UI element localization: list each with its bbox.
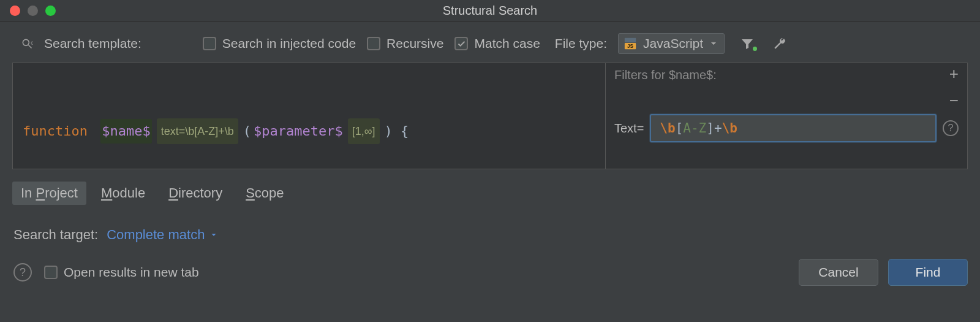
filters-title: Filters for $name$: [614, 68, 717, 82]
code-keyword: function [23, 119, 88, 144]
filter-text-label: Text= [614, 121, 644, 136]
zoom-window-icon[interactable] [45, 6, 56, 16]
chevron-down-icon [209, 231, 218, 239]
code-symbol: ) { [385, 119, 409, 144]
checkbox-search-injected[interactable]: Search in injected code [203, 36, 356, 51]
remove-filter-button[interactable]: − [949, 96, 959, 106]
checkbox-match-case[interactable]: Match case [454, 36, 540, 51]
close-window-icon[interactable] [10, 6, 20, 16]
code-variable-name: $name$ [100, 119, 151, 144]
checkbox-label: Open results in new tab [64, 265, 199, 280]
regex-token: A-Z [683, 121, 706, 136]
options-row: Search template: Search in injected code… [0, 22, 980, 63]
titlebar: Structural Search [0, 0, 980, 22]
checkbox-box-icon [454, 37, 468, 50]
regex-token: \b [660, 121, 675, 136]
template-editor[interactable]: function $name$ text=\b[A-Z]+\b ( $param… [12, 63, 605, 169]
file-type-select[interactable]: JS JavaScript [618, 33, 725, 54]
javascript-file-icon: JS [624, 37, 637, 50]
search-target-value: Complete match [107, 227, 205, 243]
minimize-window-icon[interactable] [28, 6, 38, 16]
file-type-label: File type: [555, 36, 607, 51]
code-variable-parameter: $parameter$ [254, 119, 343, 144]
inline-hint-count: [1,∞] [348, 118, 380, 144]
inline-hint-text: text=\b[A-Z]+\b [157, 118, 238, 144]
search-icon[interactable] [21, 37, 33, 50]
window-title: Structural Search [0, 4, 980, 18]
scope-tab-directory[interactable]: Directory [160, 182, 231, 205]
main-row: function $name$ text=\b[A-Z]+\b ( $param… [12, 63, 968, 169]
checkbox-open-new-tab[interactable]: Open results in new tab [44, 265, 199, 280]
search-template-label: Search template: [44, 36, 141, 51]
checkbox-recursive[interactable]: Recursive [367, 36, 443, 51]
scope-tab-project[interactable]: In Project [12, 182, 86, 205]
filters-pane: Filters for $name$: + − Text= \b [ A-Z ]… [605, 63, 968, 169]
filter-active-dot-icon [753, 47, 757, 51]
filter-text-input[interactable]: \b [ A-Z ] + \b [650, 114, 937, 142]
code-symbol: ( [243, 119, 251, 144]
find-button[interactable]: Find [888, 259, 968, 286]
cancel-button[interactable]: Cancel [799, 259, 878, 286]
checkbox-label: Search in injected code [222, 36, 356, 51]
help-icon[interactable]: ? [943, 120, 959, 136]
regex-token: ] [706, 121, 714, 136]
regex-token: + [714, 121, 722, 136]
regex-token: \b [722, 121, 737, 136]
scope-tab-module[interactable]: Module [92, 182, 154, 205]
checkbox-label: Recursive [386, 36, 443, 51]
svg-text:JS: JS [627, 44, 634, 49]
checkbox-box-icon [44, 266, 58, 279]
svg-line-1 [29, 45, 32, 48]
svg-rect-2 [625, 38, 636, 42]
bottom-row: ? Open results in new tab Cancel Find [13, 259, 968, 286]
checkbox-box-icon [203, 37, 216, 50]
dialog-help-icon[interactable]: ? [13, 263, 32, 282]
search-target-row: Search target: Complete match [13, 227, 968, 243]
scope-tab-scope[interactable]: Scope [237, 182, 292, 205]
chevron-down-icon [709, 39, 718, 48]
svg-point-0 [23, 39, 29, 45]
file-type-value: JavaScript [643, 36, 703, 51]
search-target-select[interactable]: Complete match [107, 227, 218, 243]
checkbox-box-icon [367, 37, 380, 50]
regex-token: [ [676, 121, 684, 136]
checkbox-label: Match case [474, 36, 540, 51]
traffic-lights [10, 6, 56, 16]
wrench-icon[interactable] [770, 34, 790, 53]
scope-tabs: In Project Module Directory Scope [12, 182, 968, 205]
add-filter-button[interactable]: + [949, 69, 959, 79]
search-target-label: Search target: [13, 227, 98, 243]
filter-icon[interactable] [739, 34, 759, 53]
